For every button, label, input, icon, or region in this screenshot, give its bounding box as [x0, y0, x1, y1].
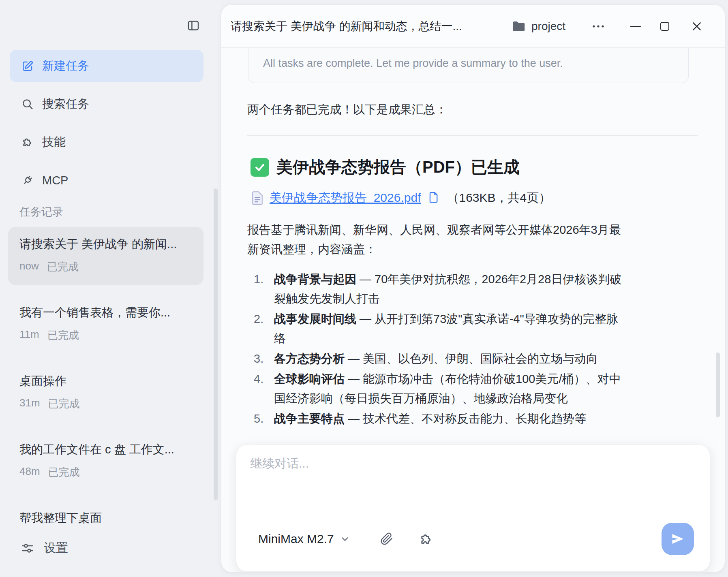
more-options-icon[interactable]	[589, 19, 607, 33]
agent-status-text: All tasks are complete. Let me provide a…	[263, 57, 563, 69]
sidebar-nav: 新建任务 搜索任务 技能	[10, 50, 203, 202]
report-heading: 美伊战争态势报告（PDF）已生成	[247, 156, 698, 178]
window-title: 请搜索关于 美伊战争 的新闻和动态，总结一...	[231, 5, 462, 48]
task-status: 已完成	[47, 328, 79, 342]
settings-label: 设置	[44, 540, 68, 556]
task-title: 我的工作文件在 c 盘 工作文...	[19, 442, 192, 456]
report-list: 1.战争背景与起因 — 70年美伊对抗积怨，2026年2月28日伊核谈判破 裂触…	[247, 269, 698, 428]
app-window: { "sidebar": { "nav": [ { "label": "新建任务…	[0, 0, 728, 577]
maximize-button[interactable]	[657, 19, 672, 33]
close-button[interactable]	[689, 19, 704, 33]
document-icon	[251, 191, 263, 205]
list-item: 2.战事发展时间线 — 从开打到第73波"真实承诺-4"导弹攻势的完整脉 络	[247, 309, 698, 348]
sidebar-item-new-task[interactable]: 新建任务	[10, 50, 203, 82]
check-emoji-icon	[251, 158, 269, 177]
sidebar-item-search-task[interactable]: 搜索任务	[10, 88, 203, 120]
project-label[interactable]: project	[531, 5, 565, 48]
attachment-icon[interactable]	[380, 532, 393, 545]
report-heading-text: 美伊战争态势报告（PDF）已生成	[276, 156, 520, 178]
sidebar-item-label: MCP	[42, 174, 68, 187]
composer: MiniMax M2.7	[236, 445, 710, 572]
task-time: 11m	[19, 328, 39, 342]
chat-area: All tasks are complete. Let me provide a…	[247, 48, 698, 431]
task-time: 48m	[19, 465, 40, 479]
task-item[interactable]: 我的工作文件在 c 盘 工作文... 48m 已完成	[8, 432, 203, 490]
search-icon	[21, 98, 34, 111]
model-name: MiniMax M2.7	[258, 532, 334, 546]
task-title: 桌面操作	[19, 374, 192, 388]
report-description: 报告基于腾讯新闻、新华网、人民网、观察者网等公开媒体2026年3月最 新资讯整理…	[247, 220, 698, 259]
list-item: 1.战争背景与起因 — 70年美伊对抗积怨，2026年2月28日伊核谈判破 裂触…	[247, 269, 698, 308]
sliders-icon	[21, 542, 34, 555]
list-item: 3.各方态势分析 — 美国、以色列、伊朗、国际社会的立场与动向	[247, 349, 698, 368]
task-title: 我有一个销售表格，需要你...	[19, 306, 192, 319]
task-status: 已完成	[47, 260, 79, 274]
task-item[interactable]: 帮我整理下桌面 2h 已完成	[8, 501, 203, 525]
task-history-list: 请搜索关于 美伊战争 的新闻... now 已完成 我有一个销售表格，需要你..…	[8, 227, 203, 525]
sidebar-item-label: 技能	[42, 134, 66, 150]
assistant-intro-text: 两个任务都已完成！以下是成果汇总：	[247, 101, 698, 118]
agent-status-box: All tasks are complete. Let me provide a…	[248, 48, 689, 83]
sidebar-collapse-icon[interactable]	[186, 18, 201, 33]
chat-scrollbar[interactable]	[716, 353, 720, 417]
plug-icon	[21, 174, 34, 187]
sidebar-item-mcp[interactable]: MCP	[10, 164, 203, 197]
task-title: 请搜索关于 美伊战争 的新闻...	[19, 237, 192, 251]
divider	[247, 135, 698, 136]
message-input[interactable]	[250, 455, 696, 516]
task-time: 31m	[19, 397, 40, 411]
copy-file-icon[interactable]	[428, 192, 439, 204]
list-item: 4.全球影响评估 — 能源市场冲击（布伦特油价破100美元/桶）、对中 国经济影…	[247, 369, 698, 408]
main-panel: 请搜索关于 美伊战争 的新闻和动态，总结一... project All tas…	[221, 5, 725, 572]
pdf-file-link[interactable]: 美伊战争态势报告_2026.pdf	[270, 190, 421, 206]
task-status: 已完成	[48, 397, 80, 411]
titlebar: 请搜索关于 美伊战争 的新闻和动态，总结一... project	[221, 5, 725, 48]
task-history-header: 任务记录	[19, 205, 63, 219]
minimize-button[interactable]	[628, 19, 643, 33]
task-item[interactable]: 请搜索关于 美伊战争 的新闻... now 已完成	[8, 227, 203, 285]
sidebar: 新建任务 搜索任务 技能	[0, 0, 221, 577]
model-selector[interactable]: MiniMax M2.7	[258, 532, 350, 546]
pdf-link-row: 美伊战争态势报告_2026.pdf （163KB，共4页）	[247, 190, 698, 206]
edit-icon	[21, 60, 34, 73]
sidebar-item-label: 新建任务	[42, 58, 89, 74]
pdf-meta-text: （163KB，共4页）	[447, 190, 551, 206]
task-title: 帮我整理下桌面	[19, 511, 192, 525]
task-status: 已完成	[48, 465, 80, 479]
composer-toolbar: MiniMax M2.7	[236, 522, 710, 556]
list-item: 5.战争主要特点 — 技术代差、不对称反击能力、长期化趋势等	[247, 409, 698, 428]
sidebar-item-skills[interactable]: 技能	[10, 126, 203, 158]
skills-puzzle-icon[interactable]	[419, 532, 434, 546]
chevron-down-icon	[340, 534, 350, 544]
sidebar-item-label: 搜索任务	[42, 96, 89, 112]
task-item[interactable]: 桌面操作 31m 已完成	[8, 364, 203, 422]
puzzle-icon	[21, 136, 34, 149]
task-time: now	[19, 260, 39, 274]
sidebar-scrollbar[interactable]	[214, 188, 218, 500]
task-item[interactable]: 我有一个销售表格，需要你... 11m 已完成	[8, 295, 203, 353]
sidebar-item-settings[interactable]: 设置	[21, 540, 68, 556]
send-button[interactable]	[662, 523, 694, 555]
folder-icon[interactable]	[512, 19, 526, 33]
